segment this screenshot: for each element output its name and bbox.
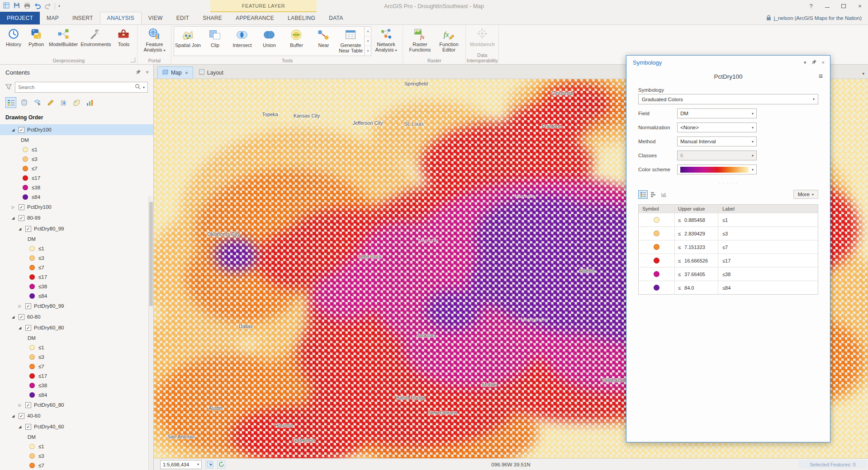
layer-row-pctdry80-99[interactable]: ◢✓PctDry80_99 (0, 223, 153, 234)
tab-layout[interactable]: Layout (194, 66, 228, 79)
layer-checkbox[interactable]: ✓ (25, 424, 31, 430)
close-button[interactable]: × (852, 0, 868, 12)
list-by-drawing-order-button[interactable] (5, 97, 16, 108)
layer-checkbox[interactable]: ✓ (25, 402, 31, 408)
view-tabs-overflow-icon[interactable]: ▾ (862, 71, 864, 76)
filter-icon[interactable] (5, 84, 12, 91)
modelbuilder-button[interactable]: ModelBuilder (47, 26, 79, 47)
environments-button[interactable]: Environments (79, 26, 112, 47)
gallery-up-icon[interactable]: ▴ (365, 27, 371, 37)
layer-checkbox[interactable]: ✓ (25, 226, 31, 232)
layer-checkbox[interactable]: ✓ (19, 215, 24, 221)
spatial-join-button[interactable]: Spatial Join (174, 27, 201, 56)
pane-pin-icon[interactable] (811, 59, 817, 66)
gallery-down-icon[interactable]: ▾ (365, 37, 371, 47)
network-analysis-button[interactable]: Network Analysis ▾ (371, 26, 400, 53)
layer-checkbox[interactable]: ✓ (19, 314, 24, 320)
layer-row-pctdry80-99[interactable]: ▷✓PctDry80_99 (0, 301, 153, 311)
clip-button[interactable]: Clip (201, 27, 228, 56)
class-row-17[interactable]: ≤16.666526≤17 (639, 254, 818, 267)
search-icon[interactable] (135, 84, 141, 91)
menu-icon[interactable]: ≡ (819, 72, 823, 80)
pane-close-icon[interactable]: × (822, 60, 825, 65)
group-row-40-60[interactable]: ◢✓40-60 (0, 410, 153, 421)
layer-checkbox[interactable]: ✓ (25, 303, 31, 309)
pane-splitter-handle[interactable]: · · · · · (626, 181, 830, 185)
field-dropdown[interactable]: DM▾ (677, 108, 757, 118)
history-button[interactable]: History (2, 26, 25, 47)
function-editor-button[interactable]: fxFunction Editor (434, 26, 463, 52)
class-row-7[interactable]: ≤7.151323≤7 (639, 240, 818, 254)
generate-near-table-button[interactable]: Generate Near Table (337, 27, 364, 56)
undo-icon[interactable] (34, 2, 41, 10)
normalization-dropdown[interactable]: <None>▾ (677, 122, 757, 132)
scrollbar-thumb[interactable] (149, 202, 153, 306)
tab-analysis[interactable]: ANALYSIS (100, 12, 142, 24)
search-caret-icon[interactable]: ▾ (143, 85, 145, 89)
tab-insert[interactable]: INSERT (66, 12, 100, 24)
tools-button[interactable]: Tools (112, 26, 135, 47)
expanded-icon[interactable]: ◢ (12, 414, 19, 418)
class-swatch[interactable] (654, 258, 659, 263)
scales-view-button[interactable] (659, 190, 669, 199)
search-input[interactable] (18, 85, 135, 90)
print-icon[interactable] (24, 2, 31, 10)
list-by-source-button[interactable] (19, 97, 29, 108)
class-swatch[interactable] (654, 230, 659, 236)
buffer-button[interactable]: Buffer (283, 27, 310, 56)
feature-analysis-button[interactable]: Feature Analysis ▾ (140, 26, 169, 53)
expanded-icon[interactable]: ◢ (12, 128, 19, 132)
contents-scrollbar[interactable] (148, 196, 153, 470)
more-button[interactable]: More ▾ (793, 190, 818, 199)
maximize-button[interactable] (835, 0, 852, 12)
symbology-method-dropdown[interactable]: Graduated Colors ▾ (638, 94, 818, 104)
classes-dropdown[interactable]: 6▾ (677, 150, 757, 160)
layer-row-pctdry40-60[interactable]: ◢✓PctDry40_60 (0, 421, 153, 432)
save-icon[interactable] (13, 2, 20, 10)
method-dropdown[interactable]: Manual Interval▾ (677, 136, 757, 146)
expanded-icon[interactable]: ◢ (19, 326, 25, 330)
new-project-icon[interactable] (3, 2, 10, 10)
close-pane-icon[interactable]: × (146, 69, 149, 75)
redo-icon[interactable] (44, 2, 52, 10)
expanded-icon[interactable]: ◢ (19, 425, 25, 429)
histogram-view-button[interactable] (649, 190, 658, 199)
signed-in-user[interactable]: j_nelson (ArcGIS Maps for the Nation) (766, 12, 868, 24)
class-swatch[interactable] (654, 217, 659, 223)
list-by-labeling-button[interactable] (71, 97, 82, 108)
class-row-84[interactable]: ≤84.0≤84 (639, 281, 818, 294)
tab-data[interactable]: DATA (322, 12, 350, 24)
workbench-button[interactable]: Workbench (468, 26, 496, 47)
qat-customize-caret-icon[interactable]: ▾ (58, 4, 60, 8)
class-row-3[interactable]: ≤2.839429≤3 (639, 226, 818, 240)
minimize-button[interactable] (819, 0, 835, 12)
tab-project[interactable]: PROJECT (0, 12, 40, 24)
tab-view[interactable]: VIEW (142, 12, 170, 24)
list-charts-button[interactable] (84, 97, 95, 108)
tab-map[interactable]: MAP (40, 12, 66, 24)
list-by-selection-button[interactable] (32, 97, 43, 108)
collapsed-icon[interactable]: ▷ (12, 205, 19, 209)
select-tool-icon[interactable] (205, 461, 213, 469)
class-row-38[interactable]: ≤37.66405≤38 (639, 267, 818, 281)
layer-row-pctdry100[interactable]: ◢✓PctDry100 (0, 124, 153, 135)
expanded-icon[interactable]: ◢ (12, 315, 19, 319)
tab-map[interactable]: Map × (157, 66, 193, 79)
classes-view-button[interactable] (638, 190, 648, 199)
gallery-expand-icon[interactable]: ▾ (365, 46, 371, 56)
list-by-snapping-button[interactable] (58, 97, 69, 108)
color-scheme-dropdown[interactable]: ▾ (677, 164, 757, 174)
group-row-60-80[interactable]: ◢✓60-80 (0, 311, 153, 322)
tab-share[interactable]: SHARE (196, 12, 229, 24)
layer-checkbox[interactable]: ✓ (19, 204, 24, 210)
close-map-tab-icon[interactable]: × (185, 70, 188, 75)
help-button[interactable]: ? (803, 0, 819, 12)
class-swatch[interactable] (654, 285, 659, 291)
near-button[interactable]: Near (310, 27, 337, 56)
group-row-80-99[interactable]: ◢✓80-99 (0, 212, 153, 223)
layer-checkbox[interactable]: ✓ (19, 127, 24, 133)
layer-row-pctdry100[interactable]: ▷✓PctDry100 (0, 202, 153, 212)
pane-menu-caret-icon[interactable]: ▾ (804, 60, 806, 66)
python-button[interactable]: Python (25, 26, 47, 47)
class-swatch[interactable] (654, 244, 659, 250)
